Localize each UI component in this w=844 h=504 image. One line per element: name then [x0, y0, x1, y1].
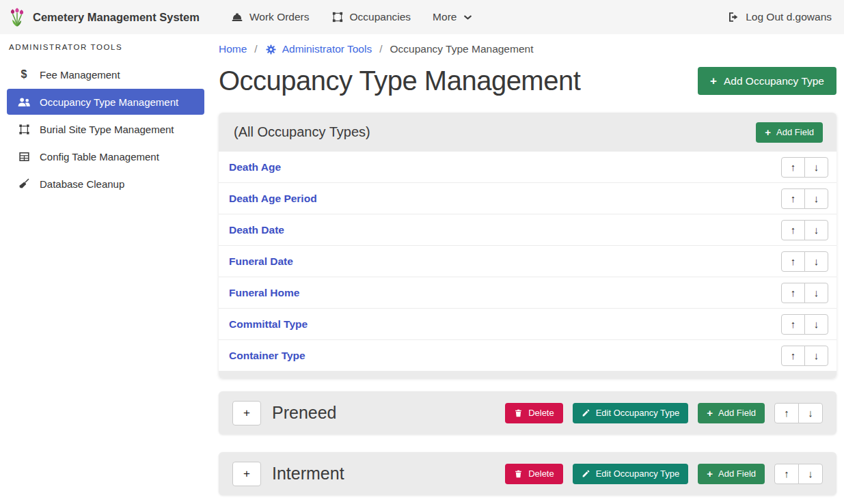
edit-occupancy-type-button[interactable]: Edit Occupancy Type: [573, 403, 689, 423]
move-up-button[interactable]: ↑: [781, 346, 805, 366]
nav-occupancies[interactable]: Occupancies: [331, 11, 411, 23]
arrow-down-icon: ↓: [814, 224, 819, 236]
move-up-button[interactable]: ↑: [781, 220, 805, 240]
expand-section-button[interactable]: +: [232, 401, 261, 425]
arrow-up-icon: ↑: [791, 350, 796, 361]
sidebar: ADMINISTRATOR TOOLS $ Fee Management Occ…: [0, 34, 212, 504]
sidebar-item-label: Config Table Management: [40, 151, 159, 163]
move-down-button[interactable]: ↓: [804, 346, 828, 366]
expand-section-button[interactable]: +: [232, 462, 261, 486]
vector-square-icon: [17, 124, 31, 135]
arrow-down-icon: ↓: [814, 287, 819, 298]
add-field-button[interactable]: + Add Field: [756, 122, 823, 143]
move-down-button[interactable]: ↓: [798, 403, 823, 423]
users-icon: [17, 96, 31, 108]
nav-more[interactable]: More: [433, 11, 473, 23]
app-brand[interactable]: Cemetery Management System: [33, 11, 200, 24]
pencil-icon: [582, 408, 590, 417]
breadcrumb-home[interactable]: Home: [219, 43, 247, 55]
move-up-button[interactable]: ↑: [774, 403, 799, 423]
field-link[interactable]: Funeral Home: [229, 287, 299, 299]
arrow-down-icon: ↓: [814, 161, 819, 173]
occupancy-frame-icon: [331, 11, 344, 23]
field-row: Committal Type ↑ ↓: [219, 309, 836, 340]
sidebar-heading: ADMINISTRATOR TOOLS: [0, 43, 212, 51]
all-occupancy-types-card: (All Occupancy Types) + Add Field Death …: [219, 113, 836, 378]
sidebar-item-database-cleanup[interactable]: Database Cleanup: [0, 170, 212, 197]
move-down-button[interactable]: ↓: [804, 157, 828, 178]
arrow-down-icon: ↓: [814, 318, 819, 330]
add-field-button[interactable]: + Add Field: [698, 464, 765, 484]
sidebar-item-label: Database Cleanup: [40, 178, 124, 190]
move-up-button[interactable]: ↑: [781, 251, 805, 272]
arrow-up-icon: ↑: [791, 255, 796, 267]
tulip-logo-icon: [8, 7, 26, 27]
move-down-button[interactable]: ↓: [798, 464, 823, 484]
delete-button[interactable]: Delete: [505, 403, 563, 423]
add-field-button[interactable]: + Add Field: [698, 403, 765, 423]
field-row: Funeral Home ↑ ↓: [219, 277, 836, 309]
main-content: Home / Administrat: [212, 34, 844, 504]
field-link[interactable]: Death Date: [229, 224, 284, 236]
sidebar-item-occupancy-type-management[interactable]: Occupancy Type Management: [7, 89, 204, 115]
arrow-down-icon: ↓: [814, 193, 819, 204]
field-link[interactable]: Container Type: [229, 350, 305, 362]
reorder-group: ↑ ↓: [781, 283, 828, 303]
move-up-button[interactable]: ↑: [781, 314, 805, 335]
breadcrumb-admin-tools-label: Administrator Tools: [282, 43, 372, 55]
move-down-button[interactable]: ↓: [804, 314, 828, 335]
add-field-label: Add Field: [776, 127, 814, 137]
trash-icon: [514, 408, 523, 418]
edit-occupancy-type-label: Edit Occupancy Type: [596, 468, 680, 479]
field-link[interactable]: Death Age: [229, 161, 281, 173]
move-down-button[interactable]: ↓: [804, 188, 828, 209]
occupancy-type-section-preneed: + Preneed Delete: [219, 391, 836, 434]
sidebar-item-fee-management[interactable]: $ Fee Management: [0, 61, 212, 88]
sign-out-icon: [727, 11, 739, 23]
field-row: Funeral Date ↑ ↓: [219, 246, 836, 277]
field-link[interactable]: Committal Type: [229, 318, 308, 331]
reorder-group: ↑ ↓: [781, 346, 828, 366]
pencil-icon: [582, 469, 590, 478]
breadcrumb-home-label: Home: [219, 43, 247, 55]
arrow-up-icon: ↑: [791, 161, 796, 173]
card-title: (All Occupancy Types): [234, 124, 370, 140]
reorder-group: ↑ ↓: [781, 314, 828, 335]
field-link[interactable]: Death Age Period: [229, 193, 317, 205]
edit-occupancy-type-button[interactable]: Edit Occupancy Type: [573, 464, 689, 484]
broom-icon: [17, 178, 31, 190]
move-down-button[interactable]: ↓: [804, 251, 828, 272]
section-title: Preneed: [272, 403, 337, 423]
edit-occupancy-type-label: Edit Occupancy Type: [596, 408, 680, 418]
arrow-up-icon: ↑: [784, 468, 789, 479]
move-up-button[interactable]: ↑: [781, 283, 805, 303]
logout-label: Log Out d.gowans: [746, 11, 832, 23]
sidebar-item-config-table-management[interactable]: Config Table Management: [0, 143, 212, 170]
move-up-button[interactable]: ↑: [774, 464, 799, 484]
move-up-button[interactable]: ↑: [781, 188, 805, 209]
top-navbar: Cemetery Management System Work Orders: [0, 0, 844, 34]
chevron-down-icon: [463, 12, 473, 23]
plus-icon: +: [243, 467, 250, 481]
reorder-group: ↑ ↓: [774, 464, 823, 484]
move-down-button[interactable]: ↓: [804, 220, 828, 240]
plus-icon: +: [243, 406, 250, 420]
nav-more-label: More: [433, 11, 457, 23]
breadcrumb-administrator-tools[interactable]: Administrator Tools: [265, 43, 372, 55]
dollar-icon: $: [17, 68, 31, 81]
delete-button[interactable]: Delete: [505, 464, 563, 484]
arrow-up-icon: ↑: [784, 407, 789, 419]
logout-link[interactable]: Log Out d.gowans: [727, 11, 832, 23]
breadcrumb: Home / Administrat: [219, 43, 836, 55]
move-up-button[interactable]: ↑: [781, 157, 805, 178]
plus-icon: +: [710, 75, 717, 87]
move-down-button[interactable]: ↓: [804, 283, 828, 303]
arrow-down-icon: ↓: [808, 407, 813, 419]
nav-work-orders[interactable]: Work Orders: [231, 11, 310, 23]
field-link[interactable]: Funeral Date: [229, 255, 293, 268]
arrow-up-icon: ↑: [791, 318, 796, 330]
add-occupancy-type-button[interactable]: + Add Occupancy Type: [698, 67, 836, 95]
breadcrumb-separator: /: [379, 43, 382, 55]
reorder-group: ↑ ↓: [781, 220, 828, 240]
sidebar-item-burial-site-type-management[interactable]: Burial Site Type Management: [0, 115, 212, 143]
